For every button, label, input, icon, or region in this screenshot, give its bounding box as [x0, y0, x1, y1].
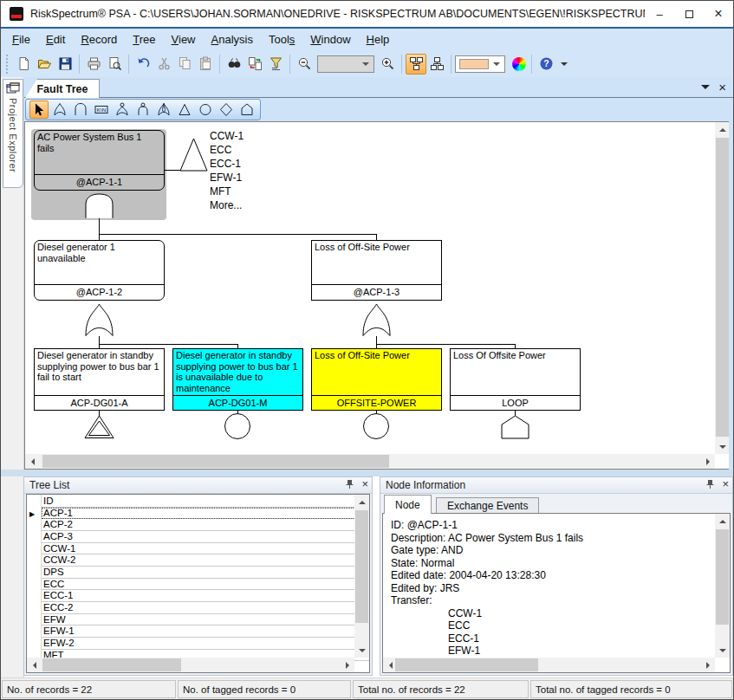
list-item[interactable]: CCW-1: [42, 543, 369, 555]
print-preview-icon[interactable]: [104, 54, 125, 75]
xor-gate-tool-icon[interactable]: [154, 100, 173, 119]
connector: [376, 344, 516, 345]
transfer-target-list[interactable]: CCW-1ECCECC-1EFW-1MFTMore...: [210, 129, 244, 212]
toolbar-grip[interactable]: [6, 55, 10, 74]
canvas-horizontal-scrollbar[interactable]: [25, 454, 715, 469]
exchange-icon[interactable]: [244, 54, 265, 75]
select-tool-icon[interactable]: [29, 100, 49, 119]
menu-view[interactable]: View: [164, 30, 204, 49]
menu-analysis[interactable]: Analysis: [204, 30, 261, 49]
info-line: State: Normal: [383, 557, 730, 570]
tab-exchange-events[interactable]: Exchange Events: [436, 497, 539, 513]
zoom-combo[interactable]: [317, 55, 374, 73]
pin-icon[interactable]: [345, 479, 354, 489]
menu-tools[interactable]: Tools: [261, 30, 302, 49]
menu-tree[interactable]: Tree: [125, 30, 163, 49]
copy-icon[interactable]: [174, 54, 195, 75]
node-info-content[interactable]: ID: @ACP-1-1Description: AC Power System…: [382, 513, 731, 673]
menu-help[interactable]: Help: [359, 30, 398, 49]
column-header-id[interactable]: ID: [42, 495, 369, 508]
tab-close-icon[interactable]: ×: [718, 80, 726, 94]
print-icon[interactable]: [83, 54, 104, 75]
transfer-triangle-tool-icon[interactable]: [175, 100, 194, 119]
paste-icon[interactable]: [195, 54, 216, 75]
list-item[interactable]: ACP-1: [42, 508, 369, 520]
or-gate-symbol[interactable]: [83, 303, 115, 337]
tree-list-horizontal-scrollbar[interactable]: [27, 658, 354, 672]
filter-icon[interactable]: [265, 54, 286, 75]
new-icon[interactable]: [13, 54, 34, 75]
fault-tree-canvas[interactable]: AC Power System Bus 1 fails @ACP-1-1 CCW…: [24, 121, 731, 470]
color-combo[interactable]: [455, 55, 505, 73]
undeveloped-event-tool-icon[interactable]: [217, 100, 236, 119]
fault-tree-node[interactable]: Loss Of Offsite Power LOOP: [450, 348, 581, 411]
double-triangle-symbol[interactable]: [84, 415, 114, 439]
maximize-button[interactable]: [674, 1, 704, 27]
basic-event-tool-icon[interactable]: [196, 100, 215, 119]
tree-layout-vertical-icon[interactable]: [426, 54, 447, 75]
zoom-out-icon[interactable]: [294, 54, 315, 75]
tree-layout-horizontal-icon[interactable]: [406, 54, 426, 75]
fault-tree-node[interactable]: AC Power System Bus 1 fails @ACP-1-1: [34, 130, 165, 191]
fault-tree-node[interactable]: Loss of Off-Site Power OFFSITE-POWER: [311, 348, 442, 411]
list-item[interactable]: EFW-1: [42, 625, 369, 638]
save-icon[interactable]: [55, 54, 75, 75]
minimize-button[interactable]: –: [645, 1, 674, 27]
house-event-symbol[interactable]: [501, 415, 529, 439]
and-gate-tool-icon[interactable]: [71, 100, 90, 119]
menu-file[interactable]: File: [4, 30, 38, 49]
tab-list-dropdown-icon[interactable]: [701, 85, 710, 94]
list-item[interactable]: EFW: [42, 614, 369, 626]
zoom-in-icon[interactable]: [377, 54, 398, 75]
menubar: FileEditRecordTreeViewAnalysisToolsWindo…: [1, 27, 733, 50]
basic-event-circle[interactable]: [363, 413, 389, 439]
fault-tree-node[interactable]: Diesel generator in standby supplying po…: [34, 348, 165, 411]
basic-event-circle[interactable]: [224, 413, 250, 439]
list-item[interactable]: CCW-2: [42, 554, 369, 567]
find-icon[interactable]: [224, 54, 244, 75]
fault-tree-node[interactable]: Diesel generator in standby supplying po…: [172, 348, 303, 411]
menu-record[interactable]: Record: [73, 30, 125, 49]
fault-tree-node[interactable]: Loss of Off-Site Power @ACP-1-3: [311, 240, 442, 301]
status-cell: No. of tagged records = 0: [178, 680, 351, 698]
list-item[interactable]: ACP-3: [42, 531, 369, 543]
open-icon[interactable]: [34, 54, 55, 75]
nor-gate-tool-icon[interactable]: [113, 100, 132, 119]
close-icon[interactable]: ×: [361, 480, 368, 489]
project-explorer-tab[interactable]: Project Explorer: [3, 79, 23, 188]
house-event-tool-icon[interactable]: [237, 100, 257, 119]
pin-icon[interactable]: [705, 479, 715, 489]
list-item[interactable]: ECC-2: [42, 602, 369, 614]
list-item[interactable]: ECC: [42, 579, 369, 591]
close-icon[interactable]: ×: [722, 480, 729, 489]
status-cell: Total no. of records = 22: [353, 680, 529, 698]
color-swatch: [459, 59, 489, 69]
list-item[interactable]: ECC-1: [42, 590, 369, 602]
color-wheel-icon[interactable]: [512, 57, 526, 71]
fault-tree-node[interactable]: Diesel generator 1 unavailable @ACP-1-2: [34, 240, 165, 301]
menu-edit[interactable]: Edit: [38, 30, 73, 49]
node-info-horizontal-scrollbar[interactable]: [383, 658, 715, 672]
list-item[interactable]: ACP-2: [42, 519, 369, 531]
or-gate-tool-icon[interactable]: [50, 100, 69, 119]
and-gate-symbol[interactable]: [83, 193, 115, 218]
canvas-vertical-scrollbar[interactable]: [715, 122, 730, 454]
dock-splitter[interactable]: [1, 470, 733, 476]
or-gate-symbol[interactable]: [361, 303, 393, 337]
close-button[interactable]: ×: [704, 1, 733, 27]
help-icon[interactable]: ?: [536, 54, 556, 75]
tree-list[interactable]: ID ACP-1ACP-2ACP-3CCW-1CCW-2DPSECCECC-1E…: [26, 494, 370, 673]
transfer-in-triangle[interactable]: [179, 138, 208, 172]
tab-fault-tree[interactable]: Fault Tree: [25, 79, 100, 98]
tab-node[interactable]: Node: [384, 495, 432, 514]
cut-icon[interactable]: [153, 54, 174, 75]
menu-window[interactable]: Window: [302, 30, 358, 49]
list-item[interactable]: EFW-2: [42, 638, 369, 650]
tree-list-vertical-scrollbar[interactable]: [354, 495, 369, 658]
list-item[interactable]: DPS: [42, 567, 369, 579]
nand-gate-tool-icon[interactable]: [133, 100, 153, 119]
undo-icon[interactable]: [133, 54, 153, 75]
help-dropdown-icon[interactable]: [561, 62, 568, 69]
kn-gate-tool-icon[interactable]: K\N: [92, 100, 111, 119]
node-info-vertical-scrollbar[interactable]: [715, 514, 730, 658]
